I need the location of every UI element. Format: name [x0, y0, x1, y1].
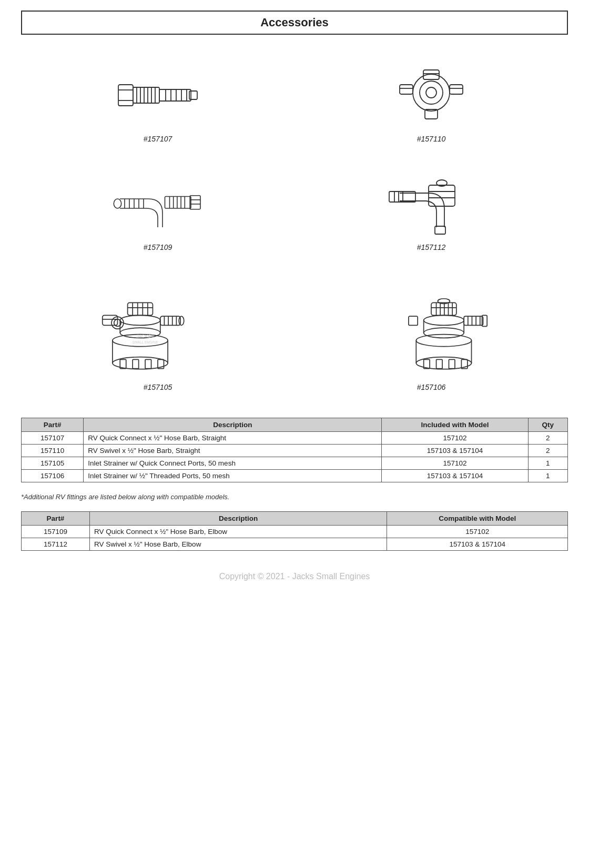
part-label-157112: #157112 — [417, 243, 446, 251]
table1-header-model: Included with Model — [382, 418, 528, 432]
svg-rect-22 — [450, 85, 463, 94]
part-svg-157109 — [110, 169, 205, 238]
part-desc: RV Swivel x ½" Hose Barb, Straight — [84, 445, 382, 457]
svg-rect-67 — [160, 316, 180, 325]
included-model: 157102 — [382, 457, 528, 470]
part-number: 157107 — [22, 432, 84, 445]
part-svg-157112 — [384, 169, 479, 238]
svg-rect-105 — [449, 359, 454, 368]
svg-text:SMALL ENGINE: SMALL ENGINE — [132, 340, 158, 344]
svg-rect-74 — [133, 359, 138, 368]
part-number: 157105 — [22, 457, 84, 470]
included-model: 157103 & 157104 — [382, 470, 528, 482]
table1-header-desc: Description — [84, 418, 382, 432]
table1-section: Part# Description Included with Model Qt… — [21, 418, 568, 482]
svg-point-85 — [424, 328, 464, 338]
part-image-157107: #157107 — [21, 51, 294, 154]
table-row: 157105 Inlet Strainer w/ Quick Connect P… — [22, 457, 568, 470]
table2-header-model: Compatible with Model — [387, 512, 568, 526]
part-svg-157107 — [110, 61, 205, 129]
svg-rect-107 — [409, 316, 418, 325]
svg-rect-20 — [400, 85, 413, 94]
table2-header-part: Part# — [22, 512, 90, 526]
table2-header-desc: Description — [90, 512, 387, 526]
qty: 2 — [528, 445, 567, 457]
table-row: 157112 RV Swivel x ½" Hose Barb, Elbow 1… — [22, 538, 568, 551]
table-row: 157107 RV Quick Connect x ½" Hose Barb, … — [22, 432, 568, 445]
table1-header-qty: Qty — [528, 418, 567, 432]
svg-rect-75 — [145, 359, 151, 368]
part-image-157109: #157109 — [21, 159, 294, 262]
svg-point-51 — [113, 357, 168, 369]
part-number: 157109 — [22, 526, 90, 538]
compatible-model: 157102 — [387, 526, 568, 538]
part-image-157106: #157106 — [352, 272, 510, 402]
part-image-157112: #157112 — [294, 159, 568, 262]
svg-point-32 — [114, 199, 121, 208]
svg-point-84 — [416, 335, 471, 347]
included-model: 157102 — [382, 432, 528, 445]
part-desc: RV Quick Connect x ½" Hose Barb, Straigh… — [84, 432, 382, 445]
table-row: 157109 RV Quick Connect x ½" Hose Barb, … — [22, 526, 568, 538]
part-label-157107: #157107 — [144, 135, 172, 143]
included-model: 157103 & 157104 — [382, 445, 528, 457]
svg-text:JACKS©: JACKS© — [136, 334, 155, 339]
part-svg-157110 — [384, 61, 479, 129]
table-row: 157110 RV Swivel x ½" Hose Barb, Straigh… — [22, 445, 568, 457]
qty: 2 — [528, 432, 567, 445]
part-label-157105: #157105 — [144, 383, 172, 391]
table2: Part# Description Compatible with Model … — [21, 511, 568, 551]
part-desc: Inlet Strainer w/ ½" Threaded Ports, 50 … — [84, 470, 382, 482]
svg-point-58 — [120, 315, 160, 325]
part-image-157105: JACKS© SMALL ENGINE #157105 — [79, 272, 237, 402]
part-number: 157112 — [22, 538, 90, 551]
qty: 1 — [528, 457, 567, 470]
svg-point-72 — [179, 316, 184, 325]
table-row: 157106 Inlet Strainer w/ ½" Threaded Por… — [22, 470, 568, 482]
part-label-157106: #157106 — [417, 383, 446, 391]
large-parts-row: JACKS© SMALL ENGINE #157105 — [21, 272, 568, 402]
part-desc: RV Swivel x ½" Hose Barb, Elbow — [90, 538, 387, 551]
part-number: 157106 — [22, 470, 84, 482]
copyright: Copyright © 2021 - Jacks Small Engines — [21, 567, 568, 587]
table1-header-part: Part# — [22, 418, 84, 432]
part-svg-157105: JACKS© SMALL ENGINE — [100, 283, 216, 378]
qty: 1 — [528, 470, 567, 482]
part-svg-157106 — [373, 283, 489, 378]
page-wrapper: Accessories — [16, 0, 573, 597]
additional-note: *Additional RV fittings are listed below… — [21, 493, 568, 501]
svg-rect-33 — [165, 197, 191, 209]
title-box: Accessories — [21, 11, 568, 35]
part-desc: Inlet Strainer w/ Quick Connect Ports, 5… — [84, 457, 382, 470]
svg-rect-39 — [190, 196, 200, 209]
top-images-grid: #157107 — [21, 51, 568, 262]
part-desc: RV Quick Connect x ½" Hose Barb, Elbow — [90, 526, 387, 538]
table1: Part# Description Included with Model Qt… — [21, 418, 568, 482]
svg-point-18 — [420, 81, 443, 104]
svg-rect-0 — [118, 85, 133, 106]
part-label-157110: #157110 — [417, 135, 446, 143]
page-title: Accessories — [260, 16, 329, 29]
svg-rect-104 — [436, 359, 442, 368]
part-number: 157110 — [22, 445, 84, 457]
table2-section: Part# Description Compatible with Model … — [21, 511, 568, 551]
svg-rect-49 — [435, 226, 445, 234]
svg-point-88 — [424, 315, 464, 325]
svg-point-19 — [426, 87, 436, 98]
svg-point-81 — [416, 357, 471, 369]
svg-rect-61 — [128, 302, 153, 315]
part-label-157109: #157109 — [144, 243, 172, 251]
svg-rect-10 — [159, 89, 191, 101]
part-image-157110: #157110 — [294, 51, 568, 154]
compatible-model: 157103 & 157104 — [387, 538, 568, 551]
